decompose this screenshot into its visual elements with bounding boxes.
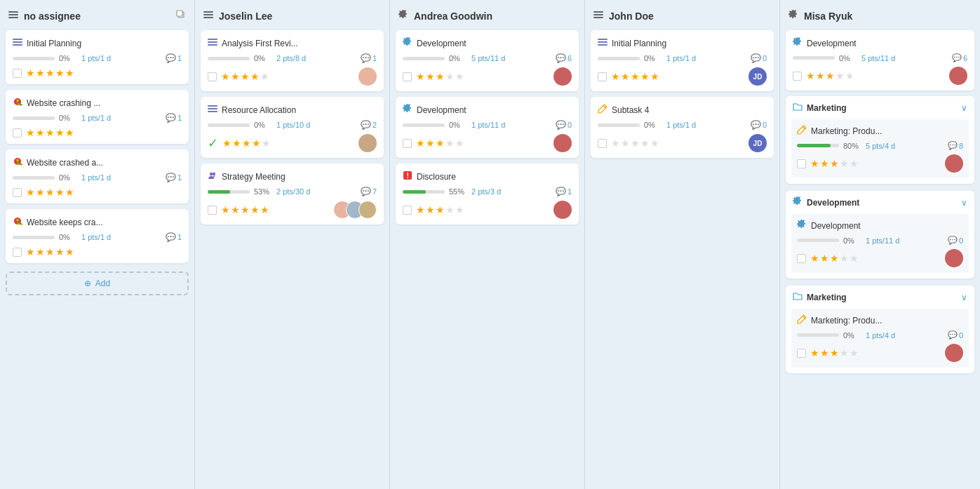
card-checkbox[interactable] [797, 159, 806, 168]
gear-icon [403, 104, 412, 116]
pencil-icon [598, 104, 608, 116]
points-duration: 2 pts/3 d [471, 187, 501, 196]
card-title: Initial Planning [612, 39, 767, 48]
svg-rect-14 [203, 11, 213, 13]
svg-rect-22 [208, 111, 217, 112]
progress-bar [598, 57, 640, 60]
column-body: Analysis First Revi... 0% 2 pts/8 d 💬 1 … [195, 27, 389, 489]
section-group: Marketing ∨ Marketing: Produ... [786, 96, 974, 184]
card-checkbox[interactable] [208, 206, 217, 215]
section-card: Development 0% 5 pts/11 d 💬 6 [786, 30, 974, 91]
svg-point-24 [213, 173, 215, 176]
star-rating: ★★★★★ [416, 138, 464, 149]
pencil-icon [797, 125, 807, 137]
section-header[interactable]: Marketing ∨ [786, 286, 974, 309]
card-checkbox[interactable] [403, 206, 412, 215]
list-icon [593, 10, 603, 22]
comment-icon: 💬 [361, 187, 371, 196]
svg-rect-27 [593, 11, 603, 13]
comment-badge: 💬 1 [556, 187, 572, 196]
star-rating: ★★★★★ [810, 253, 859, 264]
complete-icon: ✓ [208, 135, 218, 151]
card-checkbox[interactable] [13, 128, 22, 138]
progress-bar [797, 144, 839, 147]
add-icon: ⊕ [84, 279, 91, 288]
svg-rect-5 [13, 39, 22, 40]
progress-bar [403, 190, 445, 194]
comment-count: 1 [177, 114, 182, 122]
comment-badge: 💬 6 [952, 53, 967, 62]
comment-count: 6 [963, 54, 967, 62]
avatar [358, 134, 377, 152]
avatar [553, 134, 572, 152]
avatar [945, 154, 963, 173]
comment-count: 0 [763, 54, 767, 62]
comment-icon: 💬 [751, 120, 761, 130]
points-duration: 1 pts/1 d [81, 233, 111, 241]
chevron-down-icon: ∨ [961, 198, 967, 208]
comment-badge: 💬 0 [751, 53, 767, 63]
gear-icon [398, 10, 408, 22]
card-checkbox[interactable] [598, 139, 607, 148]
section-body: Development 0% 1 pts/11 d 💬 0 [786, 214, 974, 279]
progress-percent: 0% [449, 121, 467, 129]
progress-bar [598, 123, 640, 127]
progress-bar [797, 333, 839, 337]
card-title: Analysis First Revi... [222, 39, 377, 48]
card-checkbox[interactable] [598, 72, 607, 81]
card-title: Disclosure [417, 172, 572, 182]
points-duration: 1 pts/1 d [666, 54, 696, 62]
svg-text:🐛: 🐛 [15, 217, 23, 226]
svg-rect-29 [593, 17, 603, 18]
star-rating: ★★★★★ [810, 158, 859, 169]
section-header-title: Marketing [807, 293, 957, 302]
card-checkbox[interactable] [403, 72, 412, 81]
section-group: Development ∨ Development [786, 191, 974, 279]
task-card: Initial Planning 0% 1 pts/1 d 💬 1 ★★★★★ [6, 30, 189, 84]
comment-count: 8 [959, 142, 963, 150]
add-button[interactable]: ⊕Add [6, 272, 189, 295]
star-rating: ★★★★★ [611, 71, 659, 82]
comment-icon: 💬 [361, 120, 371, 130]
column-title: no assignee [24, 11, 81, 22]
card-title: Development [417, 39, 572, 48]
points-duration: 1 pts/1 d [81, 173, 111, 182]
list-icon [13, 37, 22, 49]
column-andrea-goodwin: Andrea Goodwin Development 0% 5 pts/11 d… [390, 0, 585, 489]
star-rating: ★★★★★ [26, 67, 74, 79]
svg-rect-16 [203, 17, 213, 18]
card-checkbox[interactable] [793, 72, 802, 81]
section-header-title: Development [807, 198, 957, 208]
svg-rect-21 [208, 108, 217, 109]
gear-icon [793, 196, 803, 208]
alert-icon: ! [403, 170, 412, 182]
task-card: Analysis First Revi... 0% 2 pts/8 d 💬 1 … [201, 30, 384, 91]
comment-icon: 💬 [166, 173, 176, 182]
section-item-card: Marketing: Produ... 80% 5 pts/4 d 💬 8 [791, 119, 969, 178]
card-checkbox[interactable] [13, 188, 22, 197]
progress-percent: 0% [254, 54, 272, 62]
avatar [949, 67, 967, 85]
card-checkbox[interactable] [13, 248, 22, 257]
progress-bar [208, 190, 250, 194]
star-rating: ★★★★★ [611, 138, 659, 149]
progress-percent: 0% [843, 236, 861, 245]
bug-icon: 🐛 [13, 97, 22, 109]
svg-rect-1 [8, 14, 18, 15]
card-checkbox[interactable] [797, 254, 806, 263]
copy-icon[interactable] [176, 10, 186, 22]
section-header[interactable]: Marketing ∨ [786, 96, 974, 119]
column-header: Joselin Lee [195, 0, 389, 27]
star-rating: ★★★★★ [416, 204, 464, 215]
card-checkbox[interactable] [797, 349, 806, 358]
svg-rect-28 [593, 14, 603, 15]
card-checkbox[interactable] [208, 72, 217, 81]
svg-rect-32 [598, 44, 608, 46]
progress-bar [13, 236, 55, 239]
section-item-card: Development 0% 1 pts/11 d 💬 0 [791, 214, 969, 273]
card-checkbox[interactable] [13, 69, 22, 78]
comment-icon: 💬 [361, 53, 371, 63]
points-duration: 1 pts/1 d [666, 121, 696, 129]
section-header[interactable]: Development ∨ [786, 191, 974, 214]
card-checkbox[interactable] [403, 139, 412, 148]
